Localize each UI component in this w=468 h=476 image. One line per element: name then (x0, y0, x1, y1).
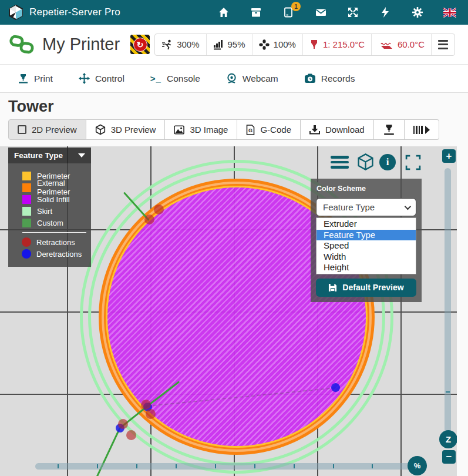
printer-name: My Printer (42, 35, 120, 54)
legend-label: Deretractions (36, 250, 82, 259)
square-outline-icon (18, 125, 26, 134)
printer-menu-button[interactable] (431, 34, 454, 55)
expand-arrows-icon[interactable] (346, 6, 359, 19)
info-button[interactable]: i (379, 154, 396, 170)
fullscreen-button[interactable] (405, 155, 421, 173)
job-title: Tower (0, 93, 468, 119)
image-icon (174, 125, 184, 135)
option-height[interactable]: Height (317, 262, 416, 273)
retraction-dot (144, 214, 154, 224)
legend-item-external-perimeter: External Perimeter (8, 182, 91, 193)
tab-control-label: Control (95, 73, 124, 84)
power-bolt-icon[interactable] (379, 6, 392, 19)
download-button[interactable]: Download (301, 119, 374, 140)
color-scheme-panel: Color Scheme Feature Type Extruder Featu… (311, 179, 422, 302)
slider-tick (446, 391, 450, 393)
2d-preview-button[interactable]: 2D Preview (8, 119, 86, 140)
custom-swatch (22, 219, 31, 227)
option-feature-type[interactable]: Feature Type (317, 230, 416, 241)
printer-status-toolbar: 300% 95% 100% 1: 215.0°C 60.0°C (154, 33, 455, 56)
tab-control[interactable]: Control (79, 73, 124, 84)
gcode-button[interactable]: G G-Code (237, 119, 301, 140)
option-width[interactable]: Width (317, 252, 416, 263)
slider-tick (333, 464, 334, 468)
heated-bed-icon (378, 39, 393, 50)
tab-console-label: Console (167, 73, 200, 84)
retraction-dot (141, 400, 151, 410)
records-camera-icon (304, 73, 316, 83)
option-speed[interactable]: Speed (317, 240, 416, 252)
archive-box-icon[interactable] (250, 6, 262, 19)
flow-bars-icon (213, 39, 224, 50)
legend-title: Feature Type (14, 151, 63, 160)
retraction-dot (126, 430, 136, 440)
3d-mode-button[interactable] (356, 153, 375, 173)
speed-control[interactable]: 300% (155, 34, 206, 55)
home-icon[interactable] (217, 6, 230, 19)
tab-console[interactable]: >_ Console (150, 73, 200, 84)
legend-divider (22, 232, 86, 233)
bed-temp-control[interactable]: 60.0°C (371, 34, 431, 55)
svg-text:G: G (248, 128, 252, 133)
legend-label: Retractions (36, 238, 75, 247)
z-axis-button[interactable]: Z (439, 430, 457, 448)
download-icon (309, 125, 320, 135)
zoom-in-button[interactable]: + (442, 149, 456, 163)
horizontal-layer-slider[interactable] (35, 463, 417, 470)
preview-menu-button[interactable] (331, 156, 349, 169)
estop-reset-icon: ↻ (133, 38, 147, 52)
tab-print[interactable]: Print (18, 73, 53, 84)
zoom-out-button[interactable]: − (442, 450, 456, 464)
legend-header[interactable]: Feature Type (8, 148, 91, 163)
vertical-layer-slider[interactable] (445, 168, 451, 433)
flow-control[interactable]: 95% (206, 34, 252, 55)
save-floppy-icon (328, 283, 337, 292)
legend-item-skirt: Skirt (8, 205, 91, 217)
move-arrows-icon (79, 73, 90, 84)
percent-button[interactable]: % (408, 456, 427, 475)
option-extruder[interactable]: Extruder (317, 219, 416, 230)
legend-label: Custom (37, 219, 63, 227)
color-scheme-select[interactable]: Feature Type (316, 198, 416, 216)
language-flag-icon[interactable] (443, 6, 456, 19)
slider-tick (58, 464, 59, 468)
print-queue-icon[interactable]: 1 (282, 6, 295, 19)
minus-icon: − (446, 451, 452, 463)
connection-link-icon (9, 32, 34, 57)
cube-icon (95, 124, 106, 135)
continuous-print-button[interactable] (405, 119, 439, 140)
tab-webcam[interactable]: Webcam (226, 73, 278, 84)
fan-value: 100% (274, 39, 296, 49)
navbar-icons: 1 (217, 6, 460, 19)
settings-gear-icon[interactable] (411, 6, 424, 19)
color-scheme-options: Extruder Feature Type Speed Width Height (316, 217, 416, 274)
fan-control[interactable]: 100% (252, 34, 302, 55)
tab-records-label: Records (321, 73, 355, 84)
top-navbar: Repetier-Server Pro 1 (0, 0, 468, 25)
mail-icon[interactable] (314, 6, 327, 19)
3d-image-button[interactable]: 3D Image (165, 119, 237, 140)
retraction-dot (146, 409, 156, 419)
color-scheme-selected-value: Feature Type (323, 202, 375, 212)
default-preview-label: Default Preview (342, 283, 403, 292)
gcode-2d-preview-canvas[interactable]: Feature Type Perimeter External Perimete… (0, 146, 457, 476)
percent-icon: % (414, 461, 421, 470)
feature-type-legend: Feature Type Perimeter External Perimete… (8, 148, 91, 267)
repetier-logo-icon[interactable] (8, 5, 23, 20)
perimeter-swatch (22, 172, 31, 180)
chevron-down-icon (405, 203, 411, 209)
extruder-temp-control[interactable]: 1: 215.0°C (302, 34, 371, 55)
app-title: Repetier-Server Pro (29, 6, 120, 18)
default-preview-button[interactable]: Default Preview (316, 279, 416, 297)
hamburger-icon (438, 40, 448, 49)
gcode-label: G-Code (260, 125, 291, 135)
tab-webcam-label: Webcam (243, 73, 278, 84)
3d-preview-button[interactable]: 3D Preview (86, 119, 166, 140)
printer-tabs: Print Control >_ Console Webcam Records (0, 65, 468, 93)
tab-records[interactable]: Records (304, 73, 355, 84)
console-prompt-icon: >_ (150, 73, 161, 83)
bed-temp-value: 60.0°C (398, 39, 425, 49)
emergency-stop-button[interactable]: ↻ (130, 35, 150, 54)
gcode-file-icon: G (246, 125, 255, 135)
print-job-button[interactable] (374, 119, 405, 140)
